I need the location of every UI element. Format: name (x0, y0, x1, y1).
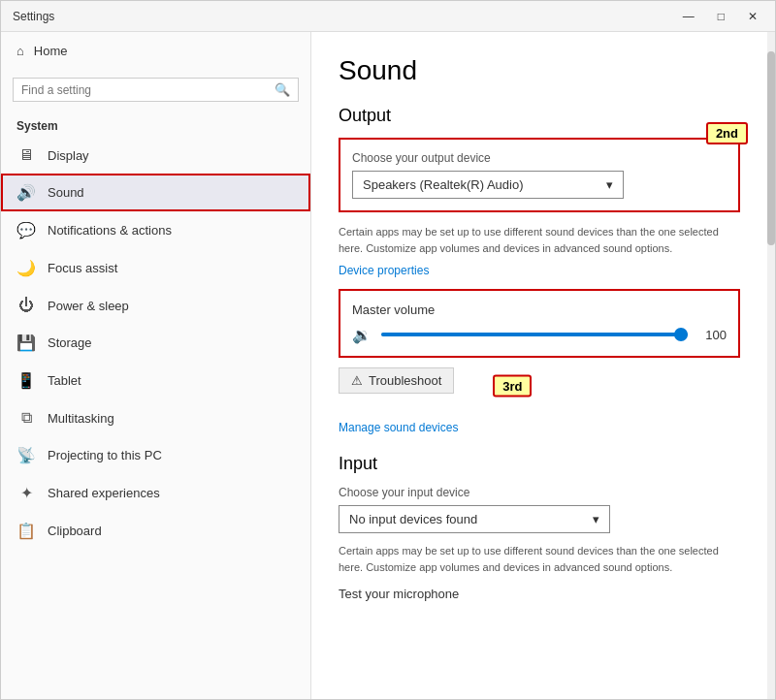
sidebar-search-box[interactable]: 🔍 (13, 78, 299, 102)
storage-icon: 💾 (16, 334, 36, 352)
sidebar-item-display[interactable]: 🖥 Display (1, 137, 310, 174)
sidebar-item-label-shared: Shared experiences (48, 486, 160, 500)
sidebar-item-sound[interactable]: 🔊 Sound 1st (1, 174, 310, 211)
troubleshoot-label: Troubleshoot (369, 373, 441, 388)
volume-thumb[interactable] (674, 328, 688, 341)
volume-track (381, 333, 688, 336)
manage-sound-devices-link[interactable]: Manage sound devices (339, 421, 458, 434)
sidebar-item-storage[interactable]: 💾 Storage (1, 324, 310, 362)
sidebar-home-label: Home (34, 44, 68, 58)
multitasking-icon: ⧉ (16, 409, 36, 427)
sidebar-item-label-clipboard: Clipboard (48, 524, 102, 538)
sidebar-item-multitasking[interactable]: ⧉ Multitasking (1, 399, 310, 436)
test-microphone-label: Test your microphone (339, 587, 740, 601)
display-icon: 🖥 (16, 146, 36, 164)
focus-icon: 🌙 (16, 259, 36, 277)
input-dropdown-chevron-icon: ▾ (593, 512, 599, 526)
sidebar-item-label-power: Power & sleep (48, 299, 129, 313)
volume-slider[interactable] (381, 325, 688, 344)
sidebar-item-label-notifications: Notifications & actions (48, 223, 172, 238)
search-icon: 🔍 (275, 82, 290, 97)
window-content: ⌂ Home 🔍 System 🖥 Display 🔊 Sound 1st (1, 32, 775, 699)
input-device-label: Choose your input device (339, 486, 740, 499)
maximize-button[interactable]: □ (712, 8, 730, 25)
input-info-text: Certain apps may be set up to use differ… (339, 543, 740, 575)
input-device-value: No input devices found (349, 512, 477, 526)
page-title: Sound (339, 55, 740, 86)
sidebar-item-projecting[interactable]: 📡 Projecting to this PC (1, 436, 310, 474)
shared-icon: ✦ (16, 484, 36, 502)
settings-window: Settings — □ ✕ ⌂ Home 🔍 System 🖥 (0, 0, 776, 700)
input-device-dropdown[interactable]: No input devices found ▾ (339, 505, 610, 533)
volume-icon: 🔉 (352, 326, 372, 344)
sidebar-item-shared[interactable]: ✦ Shared experiences (1, 474, 310, 512)
warning-icon: ⚠ (351, 373, 363, 388)
sidebar-item-clipboard[interactable]: 📋 Clipboard (1, 512, 310, 550)
annotation-2nd: 2nd (706, 122, 748, 144)
volume-fill (381, 333, 688, 336)
output-info-text: Certain apps may be set up to use differ… (339, 224, 740, 256)
output-device-value: Speakers (Realtek(R) Audio) (363, 177, 523, 192)
sound-icon: 🔊 (16, 183, 36, 202)
master-volume-box: Master volume 🔉 100 (339, 289, 740, 358)
volume-label: Master volume (352, 302, 727, 317)
dropdown-chevron-icon: ▾ (606, 177, 613, 192)
sidebar-item-tablet[interactable]: 📱 Tablet (1, 362, 310, 399)
output-device-label: Choose your output device (352, 151, 727, 165)
sidebar-item-label-focus: Focus assist (48, 261, 117, 275)
power-icon: ⏻ (16, 297, 36, 314)
title-bar-controls: — □ ✕ (677, 8, 763, 25)
troubleshoot-button[interactable]: ⚠ Troubleshoot (339, 367, 454, 394)
window-title: Settings (13, 10, 54, 23)
sidebar-item-label-sound: Sound (48, 185, 84, 200)
volume-row: 🔉 100 (352, 325, 727, 344)
sidebar-item-label-projecting: Projecting to this PC (48, 448, 162, 462)
output-device-box: 2nd Choose your output device Speakers (… (339, 138, 740, 212)
scrollbar[interactable] (767, 32, 775, 699)
sidebar-item-home[interactable]: ⌂ Home (1, 32, 310, 70)
sidebar-item-label-multitasking: Multitasking (48, 411, 114, 426)
search-input[interactable] (21, 83, 269, 97)
output-section-title: Output (339, 106, 740, 126)
sidebar-item-notifications[interactable]: 💬 Notifications & actions (1, 211, 310, 249)
tablet-icon: 📱 (16, 371, 36, 390)
sidebar-item-label-display: Display (48, 148, 89, 163)
sidebar-section-system: System (1, 110, 310, 137)
notifications-icon: 💬 (16, 221, 36, 239)
home-icon: ⌂ (16, 44, 24, 58)
input-section-title: Input (339, 454, 740, 474)
sidebar-item-power[interactable]: ⏻ Power & sleep (1, 287, 310, 324)
device-properties-link[interactable]: Device properties (339, 264, 429, 277)
sidebar-item-label-tablet: Tablet (48, 373, 81, 388)
clipboard-icon: 📋 (16, 522, 36, 540)
sidebar-item-label-storage: Storage (48, 335, 92, 350)
sidebar-item-focus[interactable]: 🌙 Focus assist (1, 249, 310, 287)
projecting-icon: 📡 (16, 446, 36, 464)
close-button[interactable]: ✕ (742, 8, 763, 25)
sidebar: ⌂ Home 🔍 System 🖥 Display 🔊 Sound 1st (1, 32, 311, 699)
volume-value: 100 (697, 328, 727, 342)
minimize-button[interactable]: — (677, 8, 700, 25)
output-device-dropdown[interactable]: Speakers (Realtek(R) Audio) ▾ (352, 171, 624, 199)
annotation-3rd: 3rd (493, 374, 532, 397)
scrollbar-thumb[interactable] (767, 51, 775, 245)
title-bar: Settings — □ ✕ (1, 1, 775, 32)
main-content: Sound Output 2nd Choose your output devi… (311, 32, 767, 699)
